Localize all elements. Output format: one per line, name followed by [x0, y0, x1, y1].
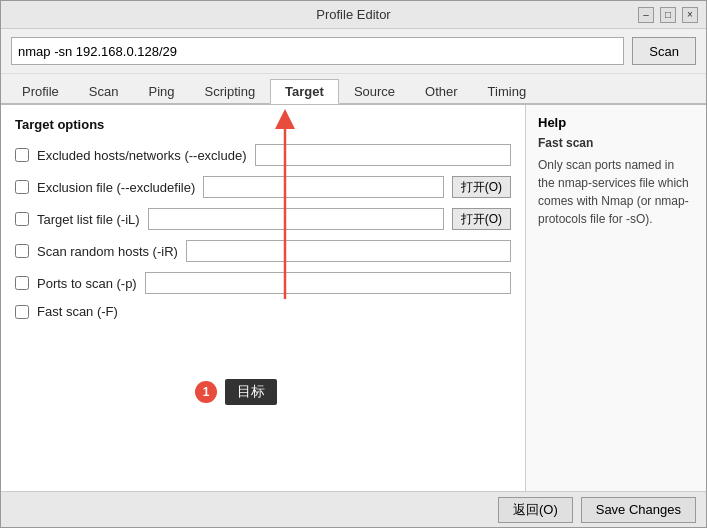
scan-random-row: Scan random hosts (-iR) — [15, 240, 511, 262]
command-input[interactable] — [11, 37, 624, 65]
ports-to-scan-row: Ports to scan (-p) — [15, 272, 511, 294]
maximize-button[interactable]: □ — [660, 7, 676, 23]
help-title: Help — [538, 115, 694, 130]
window-controls: – □ × — [638, 7, 698, 23]
excluded-hosts-row: Excluded hosts/networks (--exclude) — [15, 144, 511, 166]
tab-source[interactable]: Source — [339, 79, 410, 104]
fast-scan-label: Fast scan (-F) — [37, 304, 118, 319]
close-button[interactable]: × — [682, 7, 698, 23]
tab-timing[interactable]: Timing — [473, 79, 542, 104]
save-button[interactable]: Save Changes — [581, 497, 696, 523]
cancel-button[interactable]: 返回(O) — [498, 497, 573, 523]
tab-scripting[interactable]: Scripting — [190, 79, 271, 104]
section-title: Target options — [15, 117, 511, 132]
target-list-row: Target list file (-iL) 打开(O) — [15, 208, 511, 230]
right-panel: Help Fast scan Only scan ports named in … — [526, 105, 706, 491]
exclusion-file-row: Exclusion file (--excludefile) 打开(O) — [15, 176, 511, 198]
tab-ping[interactable]: Ping — [134, 79, 190, 104]
exclusion-file-label: Exclusion file (--excludefile) — [37, 180, 195, 195]
help-subtitle: Fast scan — [538, 136, 694, 150]
ports-to-scan-label: Ports to scan (-p) — [37, 276, 137, 291]
annotation-badge: 1 目标 — [195, 379, 277, 405]
excluded-hosts-label: Excluded hosts/networks (--exclude) — [37, 148, 247, 163]
arrow-svg — [265, 105, 365, 349]
excluded-hosts-checkbox[interactable] — [15, 148, 29, 162]
badge-number: 1 — [195, 381, 217, 403]
main-content: Target options Excluded hosts/networks (… — [1, 104, 706, 491]
target-list-open-button[interactable]: 打开(O) — [452, 208, 511, 230]
help-text: Only scan ports named in the nmap-servic… — [538, 156, 694, 228]
target-list-checkbox[interactable] — [15, 212, 29, 226]
title-bar: Profile Editor – □ × — [1, 1, 706, 29]
tab-profile[interactable]: Profile — [7, 79, 74, 104]
command-bar: Scan — [1, 29, 706, 74]
tab-scan[interactable]: Scan — [74, 79, 134, 104]
window-title: Profile Editor — [69, 7, 638, 22]
annotation-area: 1 目标 — [15, 329, 511, 449]
exclusion-file-checkbox[interactable] — [15, 180, 29, 194]
left-panel: Target options Excluded hosts/networks (… — [1, 105, 526, 491]
tab-target[interactable]: Target — [270, 79, 339, 104]
scan-random-label: Scan random hosts (-iR) — [37, 244, 178, 259]
exclusion-file-open-button[interactable]: 打开(O) — [452, 176, 511, 198]
target-list-label: Target list file (-iL) — [37, 212, 140, 227]
tab-other[interactable]: Other — [410, 79, 473, 104]
bottom-bar: 返回(O) Save Changes — [1, 491, 706, 527]
badge-text: 目标 — [225, 379, 277, 405]
minimize-button[interactable]: – — [638, 7, 654, 23]
profile-editor-window: Profile Editor – □ × Scan Profile Scan P… — [0, 0, 707, 528]
scan-button[interactable]: Scan — [632, 37, 696, 65]
tab-bar: Profile Scan Ping Scripting Target Sourc… — [1, 74, 706, 104]
scan-random-checkbox[interactable] — [15, 244, 29, 258]
fast-scan-checkbox[interactable] — [15, 305, 29, 319]
fast-scan-row: Fast scan (-F) — [15, 304, 511, 319]
ports-to-scan-checkbox[interactable] — [15, 276, 29, 290]
